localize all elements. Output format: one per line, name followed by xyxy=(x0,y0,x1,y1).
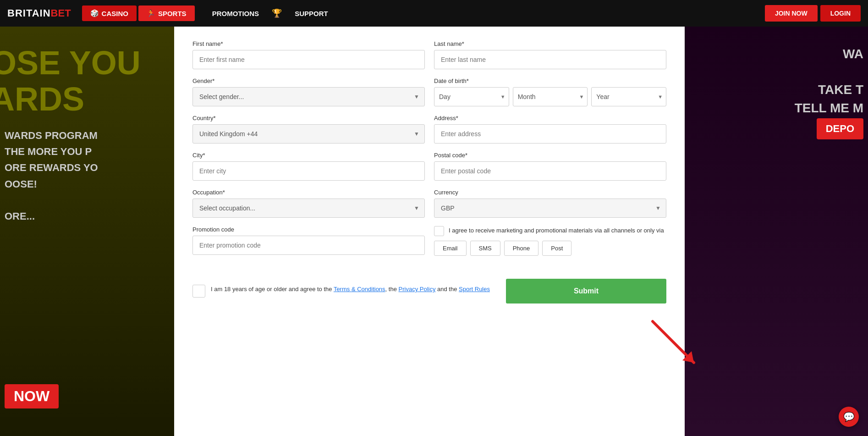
bg-left-cta[interactable]: NOW xyxy=(5,384,59,408)
brand-name-white: BRITAIN xyxy=(7,7,51,19)
promo-marketing-row: Promotion code I agree to receive market… xyxy=(192,226,666,256)
promotions-link[interactable]: PROMOTIONS xyxy=(212,10,259,17)
sports-nav-button[interactable]: 🏃 SPORTS xyxy=(138,6,195,21)
address-col: Address* xyxy=(434,115,666,143)
country-select[interactable]: United Kingdom +44 United States +1 Irel… xyxy=(192,124,425,143)
last-name-input[interactable] xyxy=(434,50,666,69)
postal-input[interactable] xyxy=(434,161,666,181)
currency-col: Currency GBP EUR USD ▼ xyxy=(434,189,666,218)
channel-sms-button[interactable]: SMS xyxy=(470,241,500,256)
dob-month-select[interactable]: Month xyxy=(513,87,588,106)
chat-support-button[interactable]: 💬 xyxy=(839,407,859,427)
casino-nav-button[interactable]: 🎲 CASINO xyxy=(82,6,137,21)
channel-buttons: Email SMS Phone Post xyxy=(434,241,666,256)
dice-icon: 🎲 xyxy=(90,9,99,17)
occupation-select-wrap: Select occupation... Employed Self-emplo… xyxy=(192,199,425,218)
registration-form: First name* Last name* Gender* Select ge… xyxy=(174,27,685,436)
dob-day-select[interactable]: Day xyxy=(434,87,509,106)
last-name-col: Last name* xyxy=(434,40,666,69)
city-col: City* xyxy=(192,152,425,181)
age-checkbox-wrap: I am 18 years of age or older and agree … xyxy=(192,285,497,298)
bg-right-cta[interactable]: DEPO xyxy=(817,118,863,139)
dob-col: Date of birth* Day ▼ Month ▼ Year xyxy=(434,77,666,106)
bg-left-subtext: WARDS PROGRAMTHE MORE YOU PORE REWARDS Y… xyxy=(5,127,98,224)
promo-input[interactable] xyxy=(192,236,425,255)
gender-label: Gender* xyxy=(192,77,425,84)
dob-year-select[interactable]: Year xyxy=(591,87,666,106)
postal-col: Postal code* xyxy=(434,152,666,181)
marketing-text: I agree to receive marketing and promoti… xyxy=(449,226,664,235)
currency-select[interactable]: GBP EUR USD xyxy=(434,199,666,218)
city-postal-row: City* Postal code* xyxy=(192,152,666,181)
trophy-icon: 🏆 xyxy=(272,8,282,18)
dob-month-wrap: Month ▼ xyxy=(513,87,588,106)
country-address-row: Country* United Kingdom +44 United State… xyxy=(192,115,666,143)
currency-label: Currency xyxy=(434,189,666,196)
marketing-col: I agree to receive marketing and promoti… xyxy=(434,226,666,256)
gender-col: Gender* Select gender... Male Female Oth… xyxy=(192,77,425,106)
privacy-link[interactable]: Privacy Policy xyxy=(399,286,436,293)
channel-phone-button[interactable]: Phone xyxy=(504,241,539,256)
gender-select-wrap: Select gender... Male Female Other ▼ xyxy=(192,87,425,106)
navbar: BRITAINBET 🎲 CASINO 🏃 SPORTS PROMOTIONS … xyxy=(0,0,868,27)
city-input[interactable] xyxy=(192,161,425,181)
country-col: Country* United Kingdom +44 United State… xyxy=(192,115,425,143)
marketing-checkbox[interactable] xyxy=(434,226,444,236)
sports-icon: 🏃 xyxy=(147,9,155,17)
address-input[interactable] xyxy=(434,124,666,143)
dob-selects: Day ▼ Month ▼ Year ▼ xyxy=(434,87,666,106)
first-name-input[interactable] xyxy=(192,50,425,69)
country-select-wrap: United Kingdom +44 United States +1 Irel… xyxy=(192,124,425,143)
country-label: Country* xyxy=(192,115,425,121)
occupation-select[interactable]: Select occupation... Employed Self-emplo… xyxy=(192,199,425,218)
first-name-label: First name* xyxy=(192,40,425,47)
city-label: City* xyxy=(192,152,425,159)
bg-left-headline: OSE YOUARDS xyxy=(0,45,141,117)
marketing-check-row: I agree to receive marketing and promoti… xyxy=(434,226,666,236)
sports-label: SPORTS xyxy=(158,10,187,17)
sport-rules-link[interactable]: Sport Rules xyxy=(459,286,490,293)
gender-dob-row: Gender* Select gender... Male Female Oth… xyxy=(192,77,666,106)
dob-year-wrap: Year ▼ xyxy=(591,87,666,106)
support-link[interactable]: SUPPORT xyxy=(295,10,328,17)
occupation-label: Occupation* xyxy=(192,189,425,196)
name-row: First name* Last name* xyxy=(192,40,666,69)
age-checkbox[interactable] xyxy=(192,285,205,298)
bg-right-panel: WATAKE TTELL ME M DEPO xyxy=(685,27,868,436)
promo-label: Promotion code xyxy=(192,226,425,233)
chat-icon: 💬 xyxy=(843,411,855,422)
dob-label: Date of birth* xyxy=(434,77,666,84)
occupation-col: Occupation* Select occupation... Employe… xyxy=(192,189,425,218)
channel-post-button[interactable]: Post xyxy=(542,241,571,256)
brand-name-red: BET xyxy=(51,7,71,19)
address-label: Address* xyxy=(434,115,666,121)
bottom-section: I am 18 years of age or older and agree … xyxy=(192,270,666,304)
postal-label: Postal code* xyxy=(434,152,666,159)
channel-email-button[interactable]: Email xyxy=(434,241,467,256)
first-name-col: First name* xyxy=(192,40,425,69)
casino-label: CASINO xyxy=(102,10,128,17)
last-name-label: Last name* xyxy=(434,40,666,47)
bg-left-panel: OSE YOUARDS WARDS PROGRAMTHE MORE YOU PO… xyxy=(0,27,174,436)
bg-right-headline: WATAKE TTELL ME M xyxy=(795,45,868,117)
join-now-button[interactable]: JOIN NOW xyxy=(765,5,818,22)
gender-select[interactable]: Select gender... Male Female Other xyxy=(192,87,425,106)
login-button[interactable]: LOGIN xyxy=(820,5,861,22)
terms-link[interactable]: Terms & Conditions xyxy=(334,286,385,293)
submit-button[interactable]: Submit xyxy=(506,279,666,304)
promo-col: Promotion code xyxy=(192,226,425,256)
currency-select-wrap: GBP EUR USD ▼ xyxy=(434,199,666,218)
occupation-currency-row: Occupation* Select occupation... Employe… xyxy=(192,189,666,218)
age-text: I am 18 years of age or older and agree … xyxy=(211,285,490,294)
brand-logo: BRITAINBET xyxy=(7,7,71,19)
arrow-decoration xyxy=(648,317,703,372)
dob-day-wrap: Day ▼ xyxy=(434,87,509,106)
